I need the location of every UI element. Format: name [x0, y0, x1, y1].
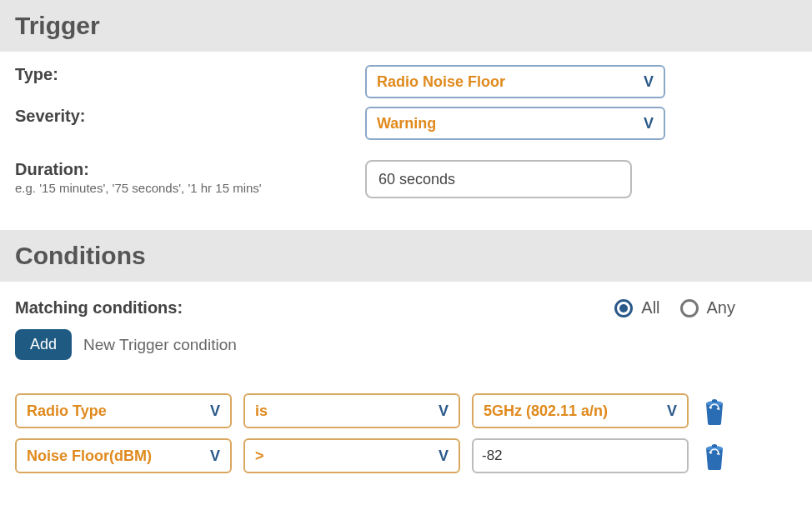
type-label: Type:	[15, 65, 365, 84]
condition-operator-select[interactable]: is V	[243, 393, 460, 428]
matching-label: Matching conditions:	[15, 298, 183, 318]
chevron-down-icon: V	[644, 73, 654, 91]
conditions-title: Conditions	[15, 242, 797, 270]
chevron-down-icon: V	[439, 448, 449, 465]
trigger-title: Trigger	[15, 12, 797, 40]
matching-radio-group: All Any	[614, 298, 747, 318]
duration-input[interactable]	[365, 160, 632, 198]
condition-operator-text: >	[255, 448, 264, 465]
radio-all[interactable]	[614, 299, 633, 318]
condition-field-select[interactable]: Radio Type V	[15, 393, 232, 428]
duration-row: Duration: e.g. '15 minutes', '75 seconds…	[15, 160, 797, 198]
add-row: Add New Trigger condition	[15, 329, 797, 360]
duration-hint: e.g. '15 minutes', '75 seconds', '1 hr 1…	[15, 181, 365, 195]
type-select[interactable]: Radio Noise Floor V	[365, 65, 665, 98]
severity-select[interactable]: Warning V	[365, 107, 665, 140]
condition-field-select[interactable]: Noise Floor(dBM) V	[15, 438, 232, 473]
condition-value-input[interactable]	[472, 438, 689, 473]
delete-condition-button[interactable]	[700, 439, 729, 472]
condition-operator-text: is	[255, 402, 268, 420]
radio-dot-icon	[619, 304, 628, 312]
radio-all-label: All	[641, 298, 659, 318]
duration-label: Duration:	[15, 160, 365, 179]
trash-icon	[704, 397, 725, 425]
condition-field-text: Noise Floor(dBM)	[27, 448, 152, 465]
type-row: Type: Radio Noise Floor V	[15, 65, 797, 98]
radio-any-label: Any	[707, 298, 735, 318]
condition-row: Noise Floor(dBM) V > V	[15, 438, 797, 473]
severity-row: Severity: Warning V	[15, 107, 797, 140]
severity-label: Severity:	[15, 107, 365, 126]
matching-row: Matching conditions: All Any	[15, 298, 797, 318]
trash-icon	[704, 442, 725, 470]
condition-row: Radio Type V is V 5GHz (802.11 a/n) V	[15, 393, 797, 428]
chevron-down-icon: V	[210, 402, 220, 420]
condition-field-text: Radio Type	[27, 402, 107, 420]
condition-operator-select[interactable]: > V	[243, 438, 460, 473]
condition-value-select[interactable]: 5GHz (802.11 a/n) V	[472, 393, 689, 428]
chevron-down-icon: V	[644, 115, 654, 132]
type-select-text: Radio Noise Floor	[377, 73, 505, 91]
radio-any[interactable]	[680, 299, 699, 318]
trigger-body: Type: Radio Noise Floor V Severity: Warn…	[0, 52, 812, 230]
add-text: New Trigger condition	[83, 336, 237, 354]
condition-value-text: 5GHz (802.11 a/n)	[484, 402, 608, 420]
trigger-header: Trigger	[0, 0, 812, 52]
severity-select-text: Warning	[377, 115, 436, 132]
chevron-down-icon: V	[210, 448, 220, 465]
delete-condition-button[interactable]	[700, 394, 729, 428]
conditions-body: Matching conditions: All Any Add New Tri…	[0, 282, 812, 508]
chevron-down-icon: V	[667, 402, 677, 420]
conditions-header: Conditions	[0, 230, 812, 282]
chevron-down-icon: V	[439, 402, 449, 420]
add-button[interactable]: Add	[15, 329, 72, 360]
